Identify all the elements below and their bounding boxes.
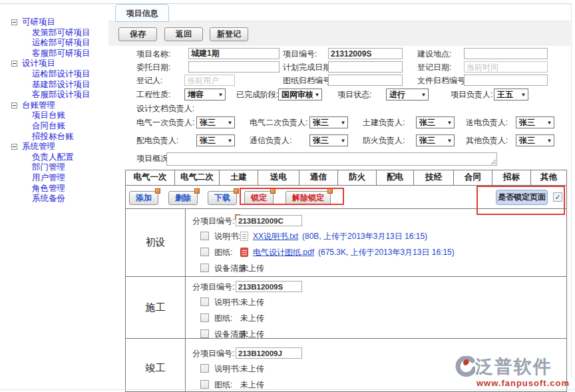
manual-checkbox[interactable] xyxy=(200,364,209,373)
sidebar-item-service-dept-design[interactable]: 客服部设计项目 xyxy=(0,90,100,100)
sidebar-item-system-backup[interactable]: 系统备份 xyxy=(0,194,100,204)
project-no-field[interactable] xyxy=(328,48,403,59)
manual-file-link[interactable]: XX说明书.txt xyxy=(253,232,298,241)
entrust-date-field[interactable] xyxy=(188,61,280,73)
lock-page-checkbox[interactable]: ✓ xyxy=(553,192,562,202)
sidebar-item-project-ledger[interactable]: 项目台账 xyxy=(0,110,100,121)
sidebar-section-label[interactable]: 可研项目 xyxy=(22,17,55,28)
bottom-divider xyxy=(0,389,575,390)
collapse-icon[interactable] xyxy=(11,19,17,25)
nature-select[interactable]: 增容▼ xyxy=(184,89,226,100)
tab-civil[interactable]: 土建 xyxy=(220,170,258,185)
drawing-checkbox[interactable] xyxy=(200,380,209,389)
sub-project-no-field[interactable] xyxy=(236,215,302,226)
collapse-icon[interactable] xyxy=(11,144,17,150)
stage-select[interactable]: 国网审核▼ xyxy=(278,89,322,100)
tab-communication[interactable]: 通信 xyxy=(299,170,338,185)
tab-bidding[interactable]: 招标 xyxy=(492,170,531,185)
register-date-field[interactable] xyxy=(464,61,548,73)
download-button[interactable]: 下载 xyxy=(208,191,237,205)
tab-electrical-primary[interactable]: 电气一次 xyxy=(126,170,175,185)
collapse-icon[interactable] xyxy=(11,61,17,67)
drawing-checkbox[interactable] xyxy=(200,248,209,256)
plan-finish-field[interactable] xyxy=(328,61,403,73)
status-label: 项目状态: xyxy=(337,89,371,100)
equipment-checkbox[interactable] xyxy=(200,264,209,272)
plan-finish-label: 计划完成日期: xyxy=(283,61,333,73)
tab-fire[interactable]: 防火 xyxy=(338,170,377,185)
drawing-archive-field[interactable] xyxy=(328,75,403,86)
sidebar-item-user-management[interactable]: 用户管理 xyxy=(0,173,100,184)
sidebar-section-system-management[interactable]: 系统管理 xyxy=(0,142,100,152)
back-button[interactable]: 返回 xyxy=(164,27,203,41)
sidebar-item-bidding-ledger[interactable]: 招投标台账 xyxy=(0,132,100,142)
civil-manager-select[interactable]: 张三▼ xyxy=(416,116,455,128)
sidebar-item-inspection-dept-design[interactable]: 运检部设计项目 xyxy=(0,69,100,80)
power-delivery-manager-select[interactable]: 张三▼ xyxy=(516,116,554,128)
tab-contract[interactable]: 合同 xyxy=(454,170,492,185)
fanpu-logo-icon xyxy=(455,356,475,377)
add-button[interactable]: 添加 xyxy=(129,191,158,205)
registrant-field[interactable] xyxy=(184,75,235,86)
sidebar-section-label[interactable]: 系统管理 xyxy=(22,142,55,152)
sidebar-section-design-projects[interactable]: 设计项目 xyxy=(0,59,100,69)
new-register-button[interactable]: 新登记 xyxy=(210,27,248,41)
sidebar-item-inspection-dept-feasibility[interactable]: 运检部可研项目 xyxy=(0,38,100,49)
sidebar-item-department-management[interactable]: 部门管理 xyxy=(0,162,100,173)
sidebar-section-label[interactable]: 设计项目 xyxy=(22,59,55,69)
sidebar-section-ledger-management[interactable]: 台账管理 xyxy=(0,100,100,111)
sidebar-item-infrastructure-dept-design[interactable]: 基建部设计项目 xyxy=(0,80,100,91)
elec-secondary-manager-label: 电气二次负责人: xyxy=(250,116,307,128)
project-name-field[interactable] xyxy=(188,48,280,59)
unlock-button[interactable]: 解除锁定 xyxy=(286,191,331,205)
project-no-label: 项目编号: xyxy=(283,48,317,60)
sidebar-item-manager-config[interactable]: 负责人配置 xyxy=(0,152,100,163)
equipment-checkbox[interactable] xyxy=(200,329,209,338)
manual-checkbox[interactable] xyxy=(200,297,209,306)
manager-select[interactable]: 王五▼ xyxy=(494,89,528,100)
location-field[interactable] xyxy=(464,48,548,59)
lock-page-button[interactable]: 是否锁定页面 xyxy=(496,190,548,205)
fire-manager-select[interactable]: 张三▼ xyxy=(416,134,455,146)
tab-project-info[interactable]: 项目信息 xyxy=(115,4,169,22)
drawing-archive-label: 图纸归档编号: xyxy=(283,75,333,87)
watermark-url: www.fanpusoft.com xyxy=(455,378,570,388)
tab-electrical-secondary[interactable]: 电气二次 xyxy=(175,170,220,185)
sidebar-item-service-dept-feasibility[interactable]: 客服部可研项目 xyxy=(0,49,100,59)
elec-primary-manager-select[interactable]: 张三▼ xyxy=(196,116,235,128)
communication-manager-select[interactable]: 张三▼ xyxy=(309,134,348,146)
other-manager-select[interactable]: 张三▼ xyxy=(516,134,554,146)
sidebar-item-role-management[interactable]: 角色管理 xyxy=(0,184,100,194)
tab-economics[interactable]: 技经 xyxy=(414,170,454,185)
manual-checkbox[interactable] xyxy=(200,232,209,240)
chevron-down-icon: ▼ xyxy=(339,138,347,144)
lock-button[interactable]: 锁定 xyxy=(244,191,274,205)
tab-distribution[interactable]: 配电 xyxy=(377,170,414,185)
delete-button[interactable]: 删除 xyxy=(168,191,198,205)
file-archive-field[interactable] xyxy=(464,75,548,86)
drawing-checkbox[interactable] xyxy=(200,313,209,322)
stage-label: 已完成阶段: xyxy=(236,89,278,100)
overview-textarea[interactable] xyxy=(166,152,497,166)
manual-status: 未上传 xyxy=(240,362,264,375)
collapse-icon[interactable] xyxy=(11,102,17,108)
communication-manager-label: 通信负责人: xyxy=(250,134,291,146)
elec-secondary-manager-select[interactable]: 张三▼ xyxy=(309,116,348,128)
sub-project-no-field[interactable] xyxy=(236,281,302,292)
sub-project-no-field[interactable] xyxy=(236,347,302,359)
sidebar-item-contract-ledger[interactable]: 合同台账 xyxy=(0,121,100,132)
drawing-file-link[interactable]: 电气设计图纸.pdf xyxy=(253,248,314,257)
tab-power-delivery[interactable]: 送电 xyxy=(258,170,299,185)
chevron-down-icon: ▼ xyxy=(216,92,225,98)
sidebar-section-feasibility-projects[interactable]: 可研项目 xyxy=(0,17,100,28)
file-archive-label: 文件归档编号: xyxy=(417,75,467,87)
save-button[interactable]: 保存 xyxy=(118,27,157,41)
sidebar-section-label[interactable]: 台账管理 xyxy=(22,100,55,111)
chevron-down-icon: ▼ xyxy=(226,120,234,126)
sidebar-item-strategy-dept-feasibility[interactable]: 发策部可研项目 xyxy=(0,28,100,39)
stage-label: 初设 xyxy=(126,209,186,276)
distribution-manager-select[interactable]: 张三▼ xyxy=(196,134,235,146)
status-select[interactable]: 进行▼ xyxy=(386,89,429,100)
sidebar-tree: 可研项目 发策部可研项目 运检部可研项目 客服部可研项目 设计项目 运检部设计项… xyxy=(0,17,100,204)
tab-other[interactable]: 其他 xyxy=(531,170,566,185)
